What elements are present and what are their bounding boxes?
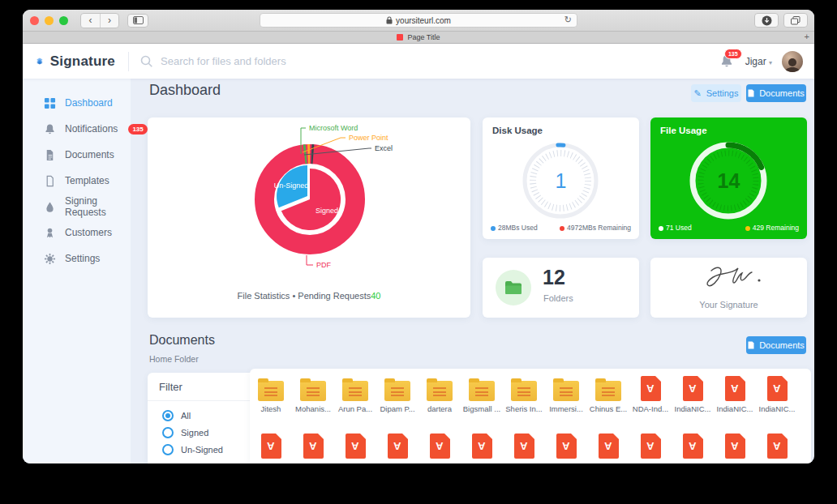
sidebar-toggle-button[interactable]	[127, 14, 148, 28]
file-item[interactable]	[756, 434, 798, 459]
file-item[interactable]: NDA-Ind...	[629, 376, 672, 413]
file-name: Mohanis...	[292, 404, 334, 413]
sidebar-toggle-icon	[133, 16, 144, 24]
folder-icon	[258, 381, 284, 401]
pdf-icon	[599, 434, 619, 459]
file-item[interactable]: Arun Pa...	[334, 378, 376, 413]
tab-overview-button[interactable]	[783, 13, 808, 28]
sidebar-label: Signing Requests	[65, 195, 131, 218]
file-item[interactable]: Bigsmall ...	[461, 378, 503, 413]
pie-caption: File Statistics • Pending Requests40	[148, 291, 470, 301]
tab-title[interactable]: Page Title	[407, 33, 440, 41]
folder-icon	[342, 381, 368, 401]
file-item[interactable]	[672, 434, 714, 459]
forward-button[interactable]: ›	[100, 14, 118, 28]
documents-section-title: Documents	[149, 333, 215, 348]
file-item[interactable]: IndiaNIC...	[714, 376, 756, 413]
file-item[interactable]	[587, 434, 629, 459]
avatar[interactable]	[782, 51, 803, 72]
file-name: Sheris In...	[503, 404, 545, 413]
file-item[interactable]	[376, 434, 418, 459]
file-item[interactable]	[629, 434, 672, 459]
zoom-window-button[interactable]	[59, 16, 68, 25]
sidebar-item-settings[interactable]: Settings	[23, 246, 131, 271]
file-item[interactable]: Mohanis...	[292, 378, 334, 413]
folder-icon	[384, 381, 410, 401]
sidebar-item-notifications[interactable]: Notifications 135	[23, 116, 131, 142]
minimize-window-button[interactable]	[45, 16, 54, 25]
documents-button[interactable]: Documents	[746, 84, 806, 102]
sidebar-item-signing-requests[interactable]: Signing Requests	[23, 194, 131, 220]
sidebar-item-customers[interactable]: Customers	[23, 220, 131, 246]
file-item[interactable]	[714, 434, 756, 459]
sidebar-item-dashboard[interactable]: Dashboard	[23, 90, 131, 116]
white-dot	[659, 226, 663, 231]
file-item[interactable]: IndiaNIC...	[756, 376, 798, 413]
disk-used-legend: 28MBs Used	[491, 224, 538, 232]
pie-caption-text: File Statistics • Pending Requests	[238, 291, 371, 301]
folder-icon	[300, 381, 326, 401]
document-icon	[44, 149, 56, 161]
refresh-icon[interactable]: ↻	[564, 15, 572, 25]
notifications-bell[interactable]: 135	[719, 53, 736, 70]
file-item[interactable]: dartera	[418, 378, 461, 413]
address-bar[interactable]: yoursiteurl.com ↻	[260, 13, 577, 28]
disk-usage-legend: 28MBs Used 4972MBs Remaining	[491, 224, 631, 232]
folders-count: 12	[543, 266, 565, 289]
sidebar-label: Dashboard	[65, 97, 113, 109]
sidebar-item-templates[interactable]: Templates	[23, 168, 131, 194]
search-input[interactable]	[161, 55, 404, 67]
sidebar-label: Settings	[65, 253, 100, 264]
folder-icon	[511, 381, 537, 401]
close-window-button[interactable]	[30, 16, 39, 25]
file-item[interactable]: Immersi...	[545, 378, 587, 413]
signature-scribble	[680, 263, 778, 298]
sidebar-label: Customers	[65, 227, 112, 238]
file-item[interactable]: Dipam P...	[376, 378, 418, 413]
user-name[interactable]: Jigar ▾	[745, 56, 772, 67]
filter-option-unsigned[interactable]: Un-Signed	[162, 444, 223, 455]
signature-label: Your Signature	[650, 300, 807, 310]
file-item[interactable]: IndiaNIC...	[672, 376, 714, 413]
disk-used-text: 28MBs Used	[498, 224, 538, 232]
radio-icon[interactable]	[162, 444, 174, 455]
settings-button[interactable]: ✎ Settings	[691, 84, 741, 102]
folders-card: 12 Folders	[483, 258, 639, 318]
sidebar-item-documents[interactable]: Documents	[23, 142, 131, 168]
documents-section-button[interactable]: Documents	[746, 336, 806, 354]
lock-icon	[386, 16, 393, 24]
radio-icon[interactable]	[162, 427, 174, 438]
brand-name: Signature	[50, 53, 115, 70]
file-item[interactable]	[250, 434, 292, 459]
pdf-icon	[683, 376, 703, 401]
file-item[interactable]: Jitesh	[250, 378, 292, 413]
file-item[interactable]: Chinus E...	[587, 378, 629, 413]
folder-icon	[469, 381, 495, 401]
file-item[interactable]: Sheris In...	[503, 378, 545, 413]
label-pdf: PDF	[316, 261, 332, 269]
disk-usage-value: 1	[483, 169, 639, 193]
brand[interactable]: Signature	[23, 53, 128, 70]
file-item[interactable]	[418, 434, 461, 459]
document-icon	[748, 89, 754, 97]
radio-checked-icon[interactable]	[162, 410, 174, 421]
downloads-button[interactable]	[754, 13, 779, 28]
file-item[interactable]	[545, 434, 587, 459]
new-tab-button[interactable]: +	[805, 32, 809, 41]
file-item[interactable]	[334, 434, 376, 459]
filter-option-label: Un-Signed	[181, 445, 223, 455]
label-unsigned: Un-Signed	[274, 182, 309, 190]
filter-option-all[interactable]: All	[162, 410, 191, 421]
pdf-icon	[725, 376, 745, 401]
file-statistics-pie-chart: Microsoft Word Power Point Excel PDF Un-…	[148, 117, 470, 288]
filter-option-signed[interactable]: Signed	[162, 427, 208, 438]
template-file-icon	[44, 175, 56, 187]
back-button[interactable]: ‹	[81, 14, 100, 28]
download-icon	[762, 15, 772, 26]
file-name: Bigsmall ...	[461, 404, 503, 413]
url-text: yoursiteurl.com	[396, 16, 451, 25]
file-item[interactable]	[503, 434, 545, 459]
pdf-icon	[725, 434, 745, 459]
file-item[interactable]	[461, 434, 503, 459]
file-item[interactable]	[292, 434, 334, 459]
